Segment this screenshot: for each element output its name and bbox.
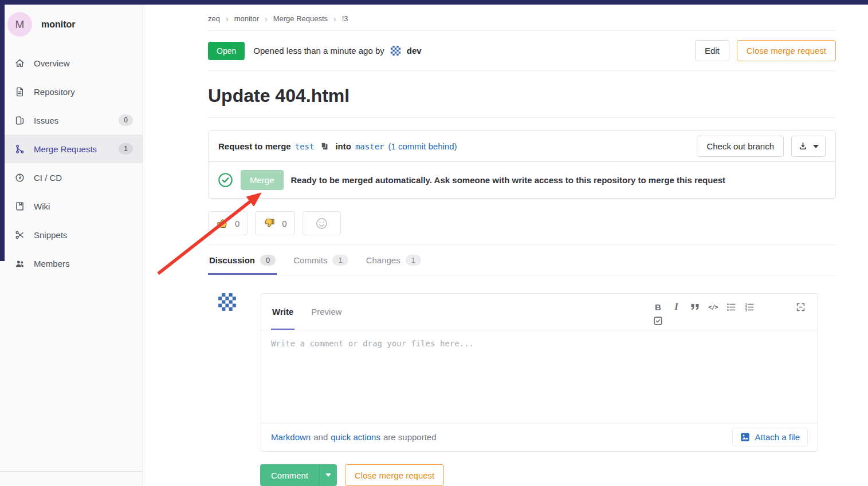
copy-branch-button[interactable]: [320, 141, 329, 151]
award-emoji-row: 0 0: [208, 211, 836, 235]
chevron-right-icon: ›: [333, 15, 336, 23]
project-sidebar: M monitor Overview Repository Issues 0 M…: [0, 5, 143, 486]
fullscreen-icon: [796, 302, 806, 312]
markdown-link[interactable]: Markdown: [271, 432, 311, 442]
author-avatar: [389, 44, 402, 57]
tab-preview[interactable]: Preview: [310, 294, 343, 330]
merge-status-text: Ready to be merged automatically. Ask so…: [291, 175, 726, 185]
page-title: Update 404.html: [208, 85, 836, 106]
sidebar-item-overview[interactable]: Overview: [0, 49, 143, 77]
attach-file-label: Attach a file: [755, 432, 800, 442]
section-divider: [208, 117, 836, 118]
request-to-merge-text: Request to merge test into master (1 com…: [218, 141, 457, 151]
download-icon: [798, 141, 808, 151]
quick-actions-link[interactable]: quick actions: [331, 432, 380, 442]
discussion-count-badge: 0: [260, 255, 276, 266]
request-prefix: Request to merge: [218, 141, 291, 151]
task-list-icon: [653, 316, 663, 326]
tab-discussion[interactable]: Discussion 0: [208, 245, 277, 275]
image-icon: [740, 432, 750, 442]
merge-widget: Request to merge test into master (1 com…: [208, 131, 836, 199]
project-header[interactable]: M monitor: [0, 5, 143, 44]
chevron-down-icon: [813, 145, 819, 148]
tab-write[interactable]: Write: [271, 294, 294, 330]
editor-footer: Markdown and quick actions are supported…: [261, 423, 818, 451]
home-icon: [14, 58, 25, 69]
breadcrumb: zeq › monitor › Merge Requests › !3: [208, 5, 836, 31]
sidebar-item-repository[interactable]: Repository: [0, 77, 143, 106]
sidebar-item-merge-requests[interactable]: Merge Requests 1: [0, 135, 143, 163]
gauge-icon: [14, 172, 25, 183]
and-text: and: [313, 432, 328, 442]
task-list-button[interactable]: [651, 314, 665, 327]
add-emoji-button[interactable]: [303, 211, 341, 235]
into-label: into: [335, 141, 351, 151]
copy-icon: [320, 141, 329, 151]
issues-count-badge: 0: [119, 114, 133, 126]
sidebar-item-members[interactable]: Members: [0, 249, 143, 278]
fullscreen-button[interactable]: [794, 300, 808, 314]
target-branch-link[interactable]: master: [355, 142, 384, 151]
sidebar-item-issues[interactable]: Issues 0: [0, 106, 143, 135]
merge-requests-count-badge: 1: [119, 143, 133, 155]
svg-text:3: 3: [745, 309, 747, 312]
checkout-branch-button[interactable]: Check out branch: [697, 136, 784, 157]
edit-button[interactable]: Edit: [695, 40, 729, 61]
smiley-icon: [315, 217, 328, 230]
code-button[interactable]: </>: [706, 300, 720, 314]
thumbs-up-button[interactable]: 0: [208, 211, 248, 235]
breadcrumb-mr-id[interactable]: !3: [342, 14, 348, 23]
sidebar-collapse-area[interactable]: [0, 471, 143, 486]
tab-commits[interactable]: Commits 1: [292, 245, 349, 275]
numbered-list-icon: 123: [745, 302, 755, 312]
italic-button[interactable]: I: [669, 300, 684, 314]
attach-file-button[interactable]: Attach a file: [732, 428, 808, 447]
bold-button[interactable]: B: [651, 300, 665, 314]
sidebar-item-label: Wiki: [34, 201, 50, 211]
bullet-list-button[interactable]: [724, 300, 739, 314]
merge-button[interactable]: Merge: [241, 170, 284, 190]
merge-request-icon: [14, 144, 25, 155]
download-dropdown-button[interactable]: [791, 136, 826, 157]
tab-label: Discussion: [209, 255, 255, 265]
sidebar-item-label: CI / CD: [34, 173, 62, 183]
quote-button[interactable]: [688, 300, 702, 314]
left-chrome-strip: [0, 0, 5, 261]
changes-count-badge: 1: [406, 255, 421, 266]
tab-changes[interactable]: Changes 1: [365, 245, 422, 275]
numbered-list-button[interactable]: 123: [743, 300, 757, 314]
sidebar-item-wiki[interactable]: Wiki: [0, 192, 143, 220]
source-branch-link[interactable]: test: [295, 142, 315, 151]
close-merge-request-button-bottom[interactable]: Close merge request: [345, 464, 444, 486]
quote-icon: [690, 303, 700, 311]
document-icon: [14, 86, 25, 97]
merge-widget-body: Merge Ready to be merged automatically. …: [209, 162, 835, 198]
sidebar-item-label: Repository: [34, 87, 75, 97]
project-avatar: M: [7, 12, 32, 37]
mr-tabs: Discussion 0 Commits 1 Changes 1: [208, 244, 836, 275]
sidebar-item-snippets[interactable]: Snippets: [0, 220, 143, 249]
comment-textarea[interactable]: [261, 330, 818, 423]
breadcrumb-group[interactable]: zeq: [208, 14, 220, 23]
sidebar-item-label: Members: [34, 259, 70, 268]
breadcrumb-merge-requests[interactable]: Merge Requests: [273, 14, 328, 23]
comment-section: Write Preview B I </>: [208, 290, 836, 452]
breadcrumb-project[interactable]: monitor: [234, 14, 259, 23]
check-circle-icon: [218, 172, 233, 188]
sidebar-item-ci-cd[interactable]: CI / CD: [0, 163, 143, 192]
commits-count-badge: 1: [332, 255, 348, 266]
status-badge: Open: [208, 42, 245, 60]
commits-behind-link[interactable]: (1 commit behind): [388, 141, 457, 151]
thumbs-down-button[interactable]: 0: [255, 211, 294, 235]
author-name[interactable]: dev: [407, 46, 422, 56]
thumbs-up-count: 0: [235, 219, 239, 228]
comment-editor: Write Preview B I </>: [261, 293, 818, 452]
comment-button[interactable]: Comment: [260, 464, 320, 486]
close-merge-request-button-top[interactable]: Close merge request: [737, 40, 836, 61]
comment-dropdown-toggle[interactable]: [320, 464, 337, 486]
issues-icon: [14, 115, 25, 126]
wiki-icon: [14, 201, 25, 212]
chevron-right-icon: ›: [226, 15, 229, 23]
comment-split-button: Comment: [260, 464, 337, 486]
sidebar-item-label: Issues: [34, 116, 58, 125]
